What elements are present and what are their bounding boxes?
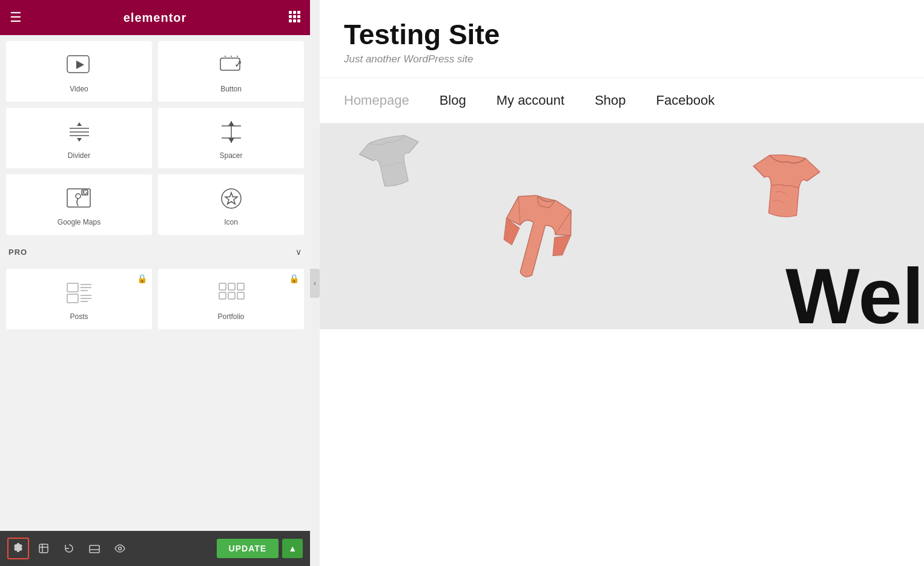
svg-marker-31 (225, 193, 237, 204)
widget-card-google-maps[interactable]: Google Maps (6, 174, 152, 235)
nav-item-blog[interactable]: Blog (440, 93, 466, 108)
svg-point-29 (82, 191, 84, 193)
svg-rect-46 (39, 544, 48, 553)
widget-card-portfolio[interactable]: 🔒 Portfolio (158, 269, 304, 329)
svg-rect-8 (297, 19, 300, 22)
video-icon (64, 52, 94, 79)
svg-rect-7 (293, 19, 296, 22)
shirt-salmon-mid (485, 188, 584, 296)
lock-icon-portfolio: 🔒 (289, 274, 299, 283)
widget-card-icon[interactable]: Icon (158, 174, 304, 235)
lock-icon-posts: 🔒 (137, 274, 147, 283)
widget-label-icon: Icon (224, 218, 238, 226)
svg-marker-20 (77, 138, 82, 142)
button-icon (216, 52, 246, 79)
site-header: Testing Site Just another WordPress site (320, 0, 924, 78)
pro-label: PRO (8, 248, 27, 257)
svg-rect-41 (228, 283, 235, 290)
settings-button[interactable] (7, 538, 29, 559)
elementor-logo: elementor (124, 11, 187, 25)
hamburger-icon[interactable]: ☰ (10, 10, 22, 25)
widget-label-spacer: Spacer (219, 151, 242, 160)
welcome-text: Wel (785, 257, 924, 329)
widget-label-portfolio: Portfolio (217, 312, 244, 321)
svg-rect-6 (289, 19, 292, 22)
widget-card-spacer[interactable]: Spacer (158, 108, 304, 168)
svg-rect-3 (289, 15, 292, 18)
widget-label-divider: Divider (68, 151, 90, 160)
svg-marker-23 (228, 138, 234, 143)
nav-item-facebook[interactable]: Facebook (656, 93, 715, 108)
history-button[interactable] (58, 538, 80, 559)
svg-rect-44 (228, 292, 235, 299)
site-tagline: Just another WordPress site (344, 53, 900, 65)
nav-item-homepage[interactable]: Homepage (344, 93, 409, 108)
pro-widgets-grid: 🔒 Post (0, 263, 310, 335)
pro-section-header[interactable]: PRO ∨ (0, 241, 310, 263)
widgets-grid: Video (0, 35, 310, 241)
nav-item-my-account[interactable]: My account (497, 93, 565, 108)
site-nav: Homepage Blog My account Shop Facebook (320, 78, 924, 123)
grid-icon[interactable] (288, 10, 300, 25)
update-arrow-button[interactable]: ▲ (282, 539, 303, 558)
svg-rect-49 (90, 545, 99, 553)
svg-rect-42 (237, 283, 244, 290)
sidebar-content: Video (0, 0, 310, 566)
svg-point-51 (119, 547, 122, 550)
portfolio-icon (216, 280, 246, 306)
widget-label-video: Video (70, 85, 88, 93)
spacer-icon (216, 119, 246, 145)
svg-rect-26 (67, 189, 90, 207)
widget-card-button[interactable]: Button (158, 41, 304, 102)
svg-rect-45 (237, 292, 244, 299)
svg-rect-0 (289, 11, 292, 14)
canvas-area: Testing Site Just another WordPress site… (320, 0, 924, 566)
nav-item-shop[interactable]: Shop (595, 93, 625, 108)
responsive-button[interactable] (84, 538, 105, 559)
svg-rect-4 (293, 15, 296, 18)
widget-label-button: Button (220, 85, 242, 93)
widget-card-posts[interactable]: 🔒 Post (6, 269, 152, 329)
elementor-header: ☰ elementor (0, 0, 310, 35)
sidebar: ☰ elementor (0, 0, 310, 566)
svg-rect-40 (219, 283, 226, 290)
canvas-hero: Wel (320, 123, 924, 329)
widget-card-video[interactable]: Video (6, 41, 152, 102)
svg-marker-10 (76, 61, 84, 69)
svg-rect-43 (219, 292, 226, 299)
svg-rect-32 (67, 283, 78, 292)
widget-card-divider[interactable]: Divider (6, 108, 152, 168)
svg-point-27 (76, 194, 81, 199)
widget-label-maps: Google Maps (58, 218, 101, 226)
star-icon (216, 185, 246, 212)
preview-button[interactable] (109, 538, 131, 559)
shirt-gray (351, 129, 434, 200)
svg-rect-2 (297, 11, 300, 14)
site-title: Testing Site (344, 18, 900, 51)
svg-rect-36 (67, 294, 78, 303)
bottom-toolbar: UPDATE ▲ (0, 531, 310, 566)
posts-icon (64, 280, 94, 306)
widget-label-posts: Posts (70, 312, 88, 321)
layers-button[interactable] (33, 538, 54, 559)
pro-chevron-icon: ∨ (295, 247, 302, 257)
svg-rect-5 (297, 15, 300, 18)
collapse-handle[interactable]: ‹ (310, 269, 320, 298)
update-button[interactable]: UPDATE (217, 539, 279, 558)
svg-rect-1 (293, 11, 296, 14)
maps-icon (64, 185, 94, 212)
svg-marker-16 (77, 122, 82, 126)
divider-icon (64, 119, 94, 145)
shirt-salmon-right (739, 150, 830, 230)
svg-rect-11 (220, 58, 240, 70)
